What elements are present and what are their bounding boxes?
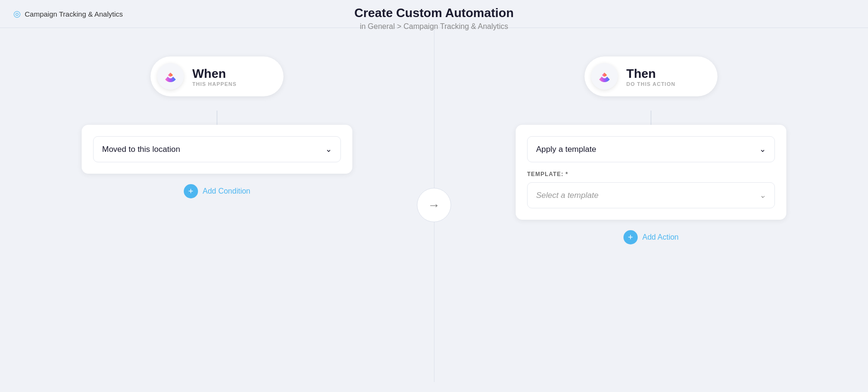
add-action-icon: + <box>623 230 638 244</box>
when-subtitle: THIS HAPPENS <box>192 81 236 87</box>
template-chevron-icon: ⌄ <box>759 190 766 200</box>
action-chevron-icon: ⌄ <box>759 144 766 154</box>
arrow-icon: → <box>428 198 440 213</box>
page-title: Create Custom Automation <box>354 6 514 20</box>
add-condition-button[interactable]: + Add Condition <box>184 184 251 198</box>
then-connector <box>651 111 651 125</box>
condition-dropdown[interactable]: Moved to this location ⌄ <box>93 136 341 162</box>
then-subtitle: DO THIS ACTION <box>626 81 675 87</box>
action-dropdown-value: Apply a template <box>536 145 596 154</box>
then-text-block: Then DO THIS ACTION <box>626 66 675 87</box>
location-text: Campaign Tracking & Analytics <box>25 10 123 18</box>
center-arrow: → <box>417 188 451 222</box>
when-connector <box>217 111 217 125</box>
when-header-card: When THIS HAPPENS <box>151 56 283 96</box>
action-dropdown[interactable]: Apply a template ⌄ <box>527 136 775 162</box>
clickup-logo-when <box>163 69 178 84</box>
add-condition-label: Add Condition <box>203 187 251 196</box>
top-bar: ◎ Campaign Tracking & Analytics Create C… <box>0 0 868 28</box>
then-panel: Then DO THIS ACTION Apply a template ⌄ T… <box>434 28 868 382</box>
add-action-label: Add Action <box>642 233 679 242</box>
select-template-dropdown[interactable]: Select a template ⌄ <box>527 182 775 208</box>
then-title: Then <box>626 66 675 81</box>
then-icon-wrap <box>591 63 618 90</box>
add-action-button[interactable]: + Add Action <box>623 230 679 244</box>
when-panel: When THIS HAPPENS Moved to this location… <box>0 28 434 382</box>
select-template-placeholder: Select a template <box>536 191 598 200</box>
condition-chevron-icon: ⌄ <box>325 144 332 154</box>
main-content: → <box>0 28 868 382</box>
when-icon-wrap <box>157 63 184 90</box>
when-title: When <box>192 66 236 81</box>
condition-dropdown-value: Moved to this location <box>102 145 180 154</box>
add-condition-icon: + <box>184 184 198 198</box>
then-header-card: Then DO THIS ACTION <box>585 56 717 96</box>
clickup-logo-then <box>597 69 612 84</box>
when-text-block: When THIS HAPPENS <box>192 66 236 87</box>
page-title-block: Create Custom Automation in General > Ca… <box>354 6 514 31</box>
template-label: TEMPLATE: * <box>527 171 775 177</box>
location-label: ◎ Campaign Tracking & Analytics <box>13 9 123 19</box>
action-card: Apply a template ⌄ TEMPLATE: * Select a … <box>516 125 786 220</box>
location-icon: ◎ <box>13 9 21 19</box>
condition-card: Moved to this location ⌄ <box>82 125 352 174</box>
